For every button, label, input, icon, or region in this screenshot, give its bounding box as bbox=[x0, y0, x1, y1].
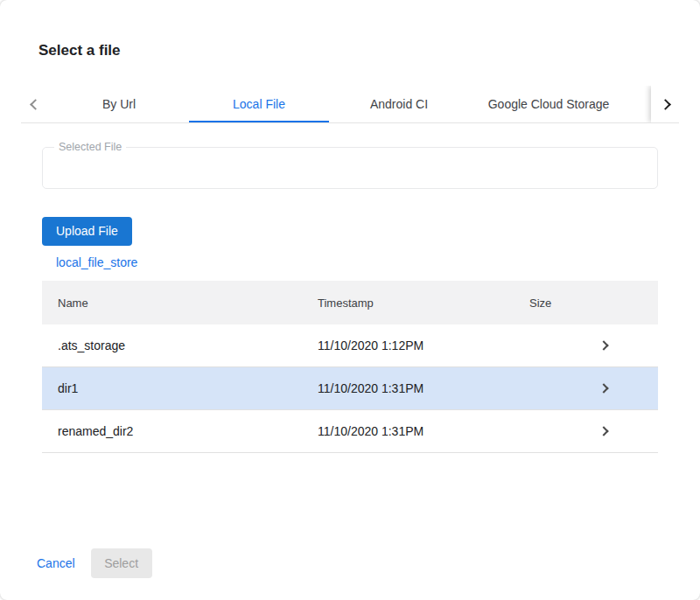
tab-content: Selected File Upload File local_file_sto… bbox=[42, 147, 658, 453]
selected-file-label: Selected File bbox=[54, 141, 126, 153]
chevron-right-icon[interactable] bbox=[598, 383, 608, 393]
table-row[interactable]: renamed_dir2 11/10/2020 1:31PM bbox=[42, 410, 658, 453]
tab-scroll-left-button[interactable] bbox=[21, 86, 49, 122]
tab-scroll-right-button[interactable] bbox=[651, 86, 679, 122]
column-header-timestamp: Timestamp bbox=[318, 297, 529, 310]
dialog-title: Select a file bbox=[38, 42, 700, 59]
breadcrumb-local-file-store[interactable]: local_file_store bbox=[56, 255, 137, 269]
tab-android-ci[interactable]: Android CI bbox=[329, 86, 469, 122]
dialog-actions: Cancel Select bbox=[21, 548, 700, 578]
tab-label: Local File bbox=[233, 97, 285, 111]
file-table: Name Timestamp Size .ats_storage 11/10/2… bbox=[42, 281, 658, 453]
selected-file-input[interactable] bbox=[43, 148, 657, 188]
chevron-right-icon[interactable] bbox=[598, 340, 608, 350]
cell-timestamp: 11/10/2020 1:31PM bbox=[318, 424, 529, 438]
upload-file-button[interactable]: Upload File bbox=[42, 217, 132, 246]
table-row[interactable]: dir1 11/10/2020 1:31PM bbox=[42, 367, 658, 410]
cancel-button[interactable]: Cancel bbox=[21, 548, 91, 578]
tab-local-file[interactable]: Local File bbox=[189, 86, 329, 122]
selected-file-field: Selected File bbox=[42, 147, 658, 189]
cell-timestamp: 11/10/2020 1:12PM bbox=[318, 338, 529, 352]
tab-by-url[interactable]: By Url bbox=[49, 86, 189, 122]
cell-name: .ats_storage bbox=[58, 338, 318, 352]
select-button[interactable]: Select bbox=[91, 548, 152, 578]
chevron-right-icon[interactable] bbox=[598, 426, 608, 436]
cell-name: dir1 bbox=[58, 381, 318, 395]
select-file-dialog: Select a file By Url Local File Android … bbox=[0, 0, 700, 600]
cell-timestamp: 11/10/2020 1:31PM bbox=[318, 381, 529, 395]
tab-label: Google Cloud Storage bbox=[488, 97, 610, 111]
column-header-name: Name bbox=[58, 297, 318, 310]
chevron-left-icon bbox=[30, 99, 41, 110]
chevron-right-icon bbox=[660, 99, 671, 110]
table-header: Name Timestamp Size bbox=[42, 281, 658, 324]
column-header-size: Size bbox=[529, 297, 600, 310]
tab-label: By Url bbox=[102, 97, 136, 111]
tab-google-cloud-storage[interactable]: Google Cloud Storage bbox=[469, 86, 628, 122]
tab-spacer bbox=[628, 86, 651, 122]
tab-bar: By Url Local File Android CI Google Clou… bbox=[21, 86, 679, 123]
table-row[interactable]: .ats_storage 11/10/2020 1:12PM bbox=[42, 324, 658, 367]
tab-label: Android CI bbox=[370, 97, 428, 111]
cell-name: renamed_dir2 bbox=[58, 424, 318, 438]
